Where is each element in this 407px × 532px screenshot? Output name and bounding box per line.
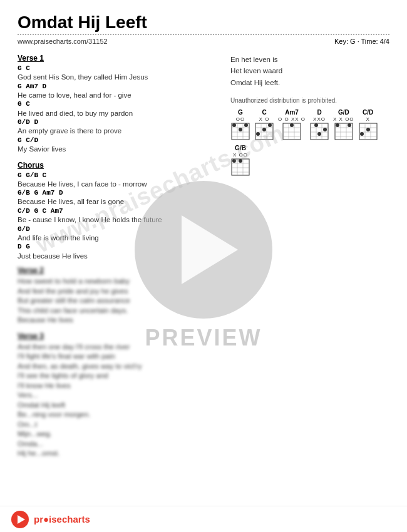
logo-suffix: isecharts <box>49 514 90 524</box>
lyric-v3-9: Om...t <box>18 420 218 430</box>
lyric-c2: Because He lives, all fear is gone <box>18 197 218 207</box>
divider <box>18 34 389 35</box>
lyric-v2-3: But greater still the calm assurance <box>18 296 218 306</box>
lyric-v3-7: Omdat Hij leeft <box>18 401 218 411</box>
chord-diagram-GD: G/D X X OO <box>333 109 354 141</box>
lyric-c1: Because He lives, I can face to - morrow <box>18 180 218 190</box>
logo-accent: ● <box>43 514 49 524</box>
chord-c1: G G/B C <box>18 171 218 180</box>
verse2-block: How sweet to hold a newborn baby And fee… <box>18 277 218 325</box>
svg-point-41 <box>348 123 351 127</box>
chord-v1-4: G/D D <box>18 118 218 126</box>
subtitle-row: www.praisecharts.com/31152 Key: G · Time… <box>18 38 389 45</box>
chord-v1-5: G C/D <box>18 136 218 145</box>
right-lyrics: En het leven is Het leven waard Omdat Hi… <box>230 54 389 88</box>
svg-point-8 <box>239 128 242 131</box>
left-column: Verse 1 G C God sent His Son, they calle… <box>18 54 218 464</box>
svg-point-15 <box>268 123 272 127</box>
right-column: En het leven is Het leven waard Omdat Hi… <box>230 54 389 464</box>
svg-point-7 <box>244 123 248 127</box>
svg-point-6 <box>232 123 236 127</box>
chord-v1-1: G C <box>18 64 218 73</box>
website-url: www.praisecharts.com/31152 <box>18 38 108 45</box>
lyric-v2-5: Because He lives <box>18 315 218 325</box>
svg-point-40 <box>336 123 339 127</box>
lyric-v1-2: He came to love, heal and for - give <box>18 91 218 101</box>
lyric-v3-10: Mijn...weg. <box>18 429 218 439</box>
chord-diagram-CD: C/D X <box>358 109 378 141</box>
verse1-label: Verse 1 <box>18 54 218 63</box>
lyric-v3-1: And then one day I'll cross the river <box>18 342 218 352</box>
lyric-c3: Be - cause I know, I know He holds the f… <box>18 215 218 225</box>
svg-rect-25 <box>311 123 328 140</box>
lyric-v2-2: And feel the pride and joy he gives <box>18 287 218 297</box>
lyric-v3-2: I'll fight life's final war with pain <box>18 352 218 362</box>
lyric-v2-1: How sweet to hold a newborn baby <box>18 277 218 287</box>
chord-c5: D G <box>18 243 218 251</box>
svg-point-56 <box>232 159 236 163</box>
right-lyric-2: Het leven waard <box>230 65 389 76</box>
lyric-v1-5: My Savior lives <box>18 145 218 155</box>
svg-point-48 <box>366 128 370 131</box>
right-lyric-3: Omdat Hij leeft. <box>230 77 389 88</box>
lyric-v2-4: This child can face uncertain days. <box>18 306 218 316</box>
lyric-v1-1: God sent His Son, they called Him Jesus <box>18 73 218 83</box>
lyric-v3-8: Be...ning voor morgen. <box>18 410 218 420</box>
svg-point-57 <box>239 159 242 163</box>
chord-c4: G/D <box>18 225 218 233</box>
lyric-v1-3: He lived and died, to buy my pardon <box>18 109 218 119</box>
logo-prefix: pr <box>34 514 43 524</box>
bottom-logo: pr●isecharts <box>34 514 90 524</box>
verse3-label: Verse 3 <box>18 332 218 340</box>
lyric-v3-6: Vers... <box>18 391 218 401</box>
chord-diagram-Am7: Am7 O O XX O <box>278 109 306 141</box>
key-time: Key: G · Time: 4/4 <box>334 38 389 45</box>
bottom-play-icon <box>18 515 25 524</box>
lyric-c4: And life is worth the living <box>18 233 218 243</box>
verse2-container: Verse 2 How sweet to hold a newborn baby… <box>18 266 218 459</box>
chord-diagrams: G OO C <box>230 109 389 176</box>
lyric-v3-11: Omda... <box>18 439 218 449</box>
page: Omdat Hij Leeft www.praisecharts.com/311… <box>0 0 407 532</box>
unauthorized-text: Unauthorized distribution is prohibited. <box>230 97 389 104</box>
chord-diagram-C: C X O <box>254 109 274 141</box>
verse1-block: G C God sent His Son, they called Him Je… <box>18 64 218 155</box>
chord-diagram-D: D XXO <box>309 109 329 141</box>
chorus-label: Chorus <box>18 161 218 170</box>
verse2-label: Verse 2 <box>18 266 218 275</box>
chord-v1-2: G Am7 D <box>18 83 218 91</box>
svg-point-17 <box>256 132 260 136</box>
chord-c2: G/B G Am7 D <box>18 189 218 197</box>
svg-point-24 <box>290 123 294 127</box>
lyric-v3-3: And then, as death, gives way to vict'ry <box>18 362 218 372</box>
song-title: Omdat Hij Leeft <box>18 13 389 33</box>
chord-diagram-GB: G/B X OO <box>230 145 250 176</box>
svg-point-33 <box>317 132 321 136</box>
chorus-block: G G/B C Because He lives, I can face to … <box>18 171 218 262</box>
lyric-v3-4: I'll see the lights of glory and <box>18 371 218 381</box>
bottom-play-button[interactable] <box>11 511 29 528</box>
lyric-v3-12: Hij he...omst. <box>18 449 218 459</box>
main-content: Verse 1 G C God sent His Son, they calle… <box>18 54 389 464</box>
lyric-v3-5: I'll know He lives <box>18 381 218 391</box>
right-lyric-1: En het leven is <box>230 54 389 65</box>
verse3-block: And then one day I'll cross the river I'… <box>18 342 218 459</box>
svg-point-49 <box>360 132 364 136</box>
bottom-bar: pr●isecharts <box>0 506 407 532</box>
chord-diagram-G: G OO <box>230 109 250 141</box>
chord-c3: C/D G C Am7 <box>18 207 218 215</box>
svg-point-32 <box>323 128 327 131</box>
lyric-v1-4: An empty grave is there to prove <box>18 126 218 136</box>
svg-point-31 <box>314 123 318 127</box>
lyric-c5: Just because He lives <box>18 252 218 262</box>
svg-point-16 <box>262 128 266 131</box>
chord-v1-3: G C <box>18 100 218 108</box>
